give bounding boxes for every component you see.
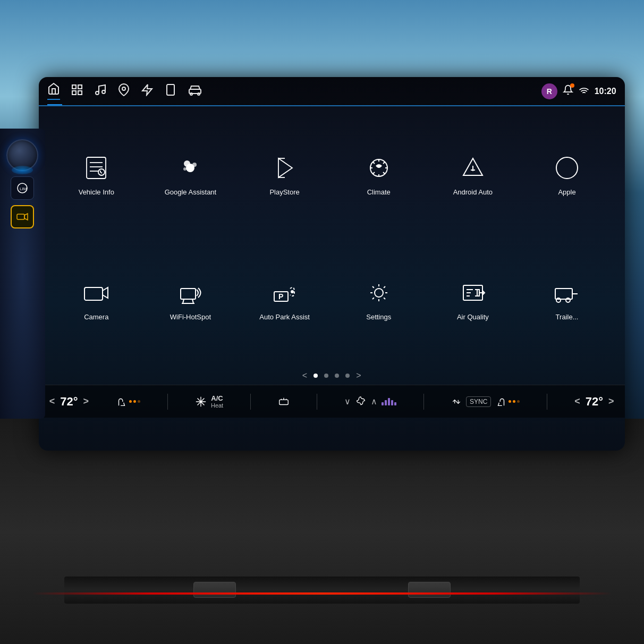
notification-dot bbox=[570, 83, 574, 88]
svg-marker-41 bbox=[103, 287, 108, 298]
svg-rect-54 bbox=[555, 289, 572, 299]
app-wifi-hotspot[interactable]: WiFi-HotSpot bbox=[143, 236, 238, 361]
app-trailer[interactable]: Traile... bbox=[520, 236, 614, 361]
app-settings[interactable]: Settings bbox=[332, 236, 426, 361]
heat-dot-3 bbox=[138, 400, 140, 403]
prev-page-button[interactable]: < bbox=[302, 371, 307, 380]
nav-phone-icon[interactable] bbox=[164, 83, 177, 99]
left-temp-value: 72° bbox=[60, 395, 78, 409]
climate-icon bbox=[363, 152, 395, 184]
right-temp-control[interactable]: < 72° > bbox=[574, 395, 614, 409]
svg-marker-24 bbox=[278, 158, 292, 177]
camera-label: Camera bbox=[84, 313, 108, 321]
android-auto-label: Android Auto bbox=[453, 188, 493, 196]
speed-limiter-button[interactable]: LIM bbox=[11, 176, 34, 200]
right-temp-decrease[interactable]: < bbox=[574, 396, 580, 407]
svg-rect-1 bbox=[78, 85, 82, 89]
trailer-icon bbox=[551, 277, 583, 309]
vehicle-info-icon bbox=[80, 152, 112, 184]
wifi-hotspot-icon bbox=[174, 277, 206, 309]
sync-control[interactable]: SYNC bbox=[451, 396, 520, 408]
nav-active-indicator bbox=[47, 104, 62, 105]
svg-point-48 bbox=[291, 290, 294, 293]
top-nav-bar: R 10:20 bbox=[39, 77, 625, 106]
app-grid: Vehicle Info Google Assistant bbox=[39, 106, 625, 367]
nav-car-icon[interactable] bbox=[188, 83, 202, 99]
app-google-assistant[interactable]: Google Assistant bbox=[143, 112, 238, 236]
notification-bell-icon[interactable] bbox=[563, 84, 573, 98]
app-android-auto[interactable]: Android Auto bbox=[426, 112, 520, 236]
pagination-controls: < > bbox=[39, 367, 625, 385]
climate-bar: < 72° > A/C bbox=[39, 385, 625, 418]
air-quality-icon bbox=[457, 277, 489, 309]
svg-line-33 bbox=[383, 172, 385, 174]
svg-rect-3 bbox=[78, 91, 82, 95]
app-climate[interactable]: Climate bbox=[332, 112, 426, 236]
airflow-mode[interactable] bbox=[278, 396, 290, 408]
wifi-hotspot-label: WiFi-HotSpot bbox=[170, 313, 211, 321]
fan-increase[interactable]: ∧ bbox=[371, 396, 377, 406]
ac-sub: Heat bbox=[211, 402, 223, 409]
fan-bar-5 bbox=[394, 402, 396, 405]
svg-line-35 bbox=[373, 172, 375, 174]
climate-div-1 bbox=[167, 394, 168, 410]
volume-knob[interactable] bbox=[6, 139, 38, 171]
app-auto-park[interactable]: P Auto Park Assist bbox=[238, 236, 332, 361]
page-dot-3[interactable] bbox=[335, 374, 339, 378]
climate-div-4 bbox=[423, 394, 424, 410]
left-seat-heat[interactable] bbox=[116, 396, 140, 408]
app-vehicle-info[interactable]: Vehicle Info bbox=[49, 112, 143, 236]
user-avatar[interactable]: R bbox=[541, 83, 557, 99]
android-auto-icon bbox=[457, 152, 489, 184]
status-bar: R 10:20 bbox=[541, 83, 616, 99]
climate-div-5 bbox=[547, 394, 547, 410]
next-page-button[interactable]: > bbox=[356, 371, 361, 380]
auto-park-label: Auto Park Assist bbox=[259, 313, 310, 321]
fan-control[interactable]: ∨ ∧ bbox=[344, 396, 396, 408]
climate-div-2 bbox=[250, 394, 251, 410]
svg-rect-40 bbox=[84, 287, 103, 300]
settings-icon bbox=[363, 277, 395, 309]
camera-icon bbox=[80, 277, 112, 309]
nav-music-icon[interactable] bbox=[94, 83, 107, 99]
svg-text:P: P bbox=[278, 292, 283, 301]
left-temp-control[interactable]: < 72° > bbox=[49, 395, 89, 409]
fan-decrease[interactable]: ∨ bbox=[344, 396, 351, 406]
app-air-quality[interactable]: Air Quality bbox=[426, 236, 520, 361]
google-assistant-label: Google Assistant bbox=[165, 188, 217, 196]
left-control-pod: LIM bbox=[0, 129, 45, 418]
clock-display: 10:20 bbox=[595, 87, 616, 96]
svg-point-23 bbox=[183, 167, 187, 171]
page-dot-2[interactable] bbox=[324, 374, 328, 378]
heat-dot-1 bbox=[129, 400, 132, 403]
auto-park-icon: P bbox=[269, 277, 301, 309]
climate-label: Climate bbox=[367, 188, 391, 196]
page-dot-1[interactable] bbox=[313, 374, 318, 378]
page-dot-4[interactable] bbox=[345, 374, 350, 378]
svg-rect-0 bbox=[72, 85, 76, 89]
left-temp-decrease[interactable]: < bbox=[49, 396, 55, 407]
trailer-label: Traile... bbox=[556, 313, 579, 321]
google-assistant-icon bbox=[174, 152, 206, 184]
svg-rect-2 bbox=[72, 91, 76, 95]
sync-label[interactable]: SYNC bbox=[466, 396, 491, 407]
svg-rect-61 bbox=[17, 214, 24, 219]
app-camera[interactable]: Camera bbox=[49, 236, 143, 361]
app-playstore[interactable]: PlayStore bbox=[238, 112, 332, 236]
dash-camera-button[interactable] bbox=[11, 205, 34, 228]
right-temp-increase[interactable]: > bbox=[608, 396, 614, 407]
ac-control[interactable]: A/C Heat bbox=[195, 394, 223, 410]
svg-line-19 bbox=[100, 172, 102, 173]
right-heat-dot-3 bbox=[517, 400, 520, 403]
svg-line-34 bbox=[383, 162, 385, 164]
svg-text:LIM: LIM bbox=[20, 187, 27, 191]
app-apple-carplay[interactable]: Apple bbox=[520, 112, 614, 236]
nav-grid-icon[interactable] bbox=[71, 83, 83, 99]
nav-power-icon[interactable] bbox=[141, 83, 154, 99]
right-seat-heat-indicator bbox=[495, 396, 520, 408]
air-vents bbox=[64, 577, 580, 604]
nav-home-icon[interactable] bbox=[47, 82, 60, 100]
left-temp-increase[interactable]: > bbox=[83, 396, 89, 407]
nav-location-icon[interactable] bbox=[117, 83, 130, 99]
fan-bar-3 bbox=[388, 398, 390, 405]
